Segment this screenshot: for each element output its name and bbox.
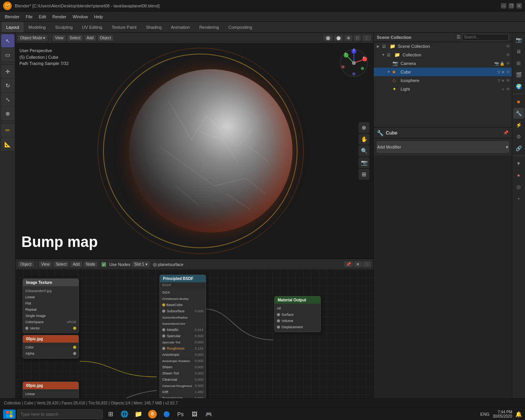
add-menu[interactable]: Add	[84, 35, 96, 41]
outliner-item-icosphere[interactable]: ◇ Icosphere ▽ ✕ 👁	[374, 76, 512, 85]
slot-selector[interactable]: Slot 1 ▾	[132, 261, 149, 267]
use-nodes-checkbox[interactable]: ✓	[102, 262, 106, 267]
workspace-tabs: Layout Modeling Sculpting UV Editing Tex…	[0, 22, 525, 33]
props-icon-object[interactable]: ■	[513, 96, 524, 107]
tool-transform[interactable]: ⊕	[1, 107, 14, 120]
props-icon-object-data[interactable]: ▼	[513, 158, 524, 169]
props-icon-world[interactable]: 🌍	[513, 81, 524, 92]
outliner-item-light[interactable]: ✦ Light ✦ 👁	[374, 85, 512, 93]
taskbar-photoshop[interactable]: Ps	[174, 410, 187, 419]
3d-viewport[interactable]: User Perspective (5) Collection | Cube P…	[16, 44, 373, 258]
node-pin-btn[interactable]: 📌	[344, 261, 353, 267]
node-image-texture-1[interactable]: Image Texture 02basanderrf.jpg Linear Fl…	[23, 278, 79, 333]
tool-select-box[interactable]: ▭	[1, 48, 14, 61]
tab-uv-editing[interactable]: UV Editing	[77, 22, 107, 32]
tab-compositing[interactable]: Compositing	[224, 22, 257, 32]
close-button[interactable]: ✕	[516, 3, 522, 9]
outliner-item-scene-collection[interactable]: ▶ ☑ 📁 Scene Collection 👁	[374, 42, 512, 51]
tool-rotate[interactable]: ↻	[1, 79, 14, 92]
tab-rendering[interactable]: Rendering	[194, 22, 224, 32]
props-icon-shader[interactable]: ◎	[513, 181, 524, 192]
taskbar-search[interactable]	[17, 410, 103, 419]
props-icon-material[interactable]: ●	[513, 170, 524, 180]
filter-icon[interactable]: ☰	[457, 35, 460, 40]
window-controls[interactable]: — ❐ ✕	[501, 3, 522, 9]
outliner-item-collection[interactable]: ▼ ☑ 📁 Collection 👁	[374, 51, 512, 59]
node-image-texture-2[interactable]: 00pic.jpg Color Alpha	[23, 335, 79, 359]
view-menu[interactable]: View	[52, 35, 66, 41]
node-editor[interactable]: Object View Select Add Node ✓ Use Nodes …	[16, 259, 373, 398]
node-options-btn[interactable]: ⋮	[362, 261, 371, 267]
viewport-shading-render[interactable]: ⬤	[334, 35, 343, 41]
node-editor-type[interactable]: Object	[18, 261, 34, 267]
taskbar-browser[interactable]: 🌐	[118, 410, 131, 419]
menu-help[interactable]: Help	[91, 13, 106, 20]
viewport-gizmo[interactable]: X Y Z	[338, 47, 369, 79]
notification-icon[interactable]: 🔔	[515, 411, 522, 417]
node-material-output[interactable]: Material Output All Surface Volume	[274, 296, 321, 332]
tool-move[interactable]: ✛	[1, 65, 14, 78]
tool-annotate[interactable]: ✏	[1, 124, 14, 137]
xray-toggle[interactable]: □	[354, 35, 361, 41]
taskbar-file-explorer[interactable]: 📁	[132, 410, 145, 419]
props-pin-btn[interactable]: 📌	[503, 130, 509, 135]
props-icon-output[interactable]: 🖥	[513, 46, 524, 57]
nav-camera-btn[interactable]: 📷	[359, 157, 369, 168]
tab-modeling[interactable]: Modeling	[24, 22, 51, 32]
node-node-menu[interactable]: Node	[84, 261, 98, 267]
minimize-button[interactable]: —	[501, 3, 506, 9]
viewport-shading-solid[interactable]: ⬤	[324, 35, 332, 41]
nav-cursor-btn[interactable]: ⊕	[359, 122, 369, 133]
nav-zoom-btn[interactable]: 🔍	[359, 145, 369, 156]
outliner-item-camera[interactable]: 📷 Camera 📷 🔒 👁	[374, 59, 512, 68]
tab-animation[interactable]: Animation	[166, 22, 195, 32]
taskbar-extra2[interactable]: 🎮	[202, 410, 215, 419]
maximize-button[interactable]: ❐	[509, 3, 514, 9]
tool-select[interactable]: ↖	[1, 34, 14, 47]
tool-scale[interactable]: ⤡	[1, 93, 14, 106]
taskbar-extra1[interactable]: 🖼	[188, 410, 201, 419]
object-menu[interactable]: Object	[98, 35, 114, 41]
tool-measure[interactable]: 📐	[1, 138, 14, 151]
select-menu[interactable]: Select	[67, 35, 83, 41]
node-view-menu[interactable]: View	[39, 261, 52, 267]
taskbar-task-view[interactable]: ⊞	[104, 410, 117, 419]
add-modifier-button[interactable]: Add Modifier ▾	[377, 142, 509, 152]
outliner-search[interactable]	[462, 34, 509, 41]
start-button[interactable]	[3, 410, 16, 419]
node-divider1	[36, 261, 37, 268]
props-icon-render[interactable]: 📷	[513, 34, 524, 45]
props-icon-scene[interactable]: 🎬	[513, 69, 524, 80]
matout-row-all: All	[277, 305, 318, 312]
nav-grid-btn[interactable]: ⊞	[359, 169, 369, 180]
tab-sculpting[interactable]: Sculpting	[51, 22, 77, 32]
taskbar-blender[interactable]: B	[146, 410, 159, 419]
viewport-options[interactable]: ⋮	[362, 35, 371, 41]
props-icon-modifier[interactable]: 🔧	[513, 108, 524, 119]
node-image-texture-3[interactable]: 00pic.jpg Linear Flat Repeat Single Imag…	[23, 382, 79, 398]
menu-render[interactable]: Render	[49, 13, 70, 20]
outliner-item-cube[interactable]: ▼ ■ Cube ▽ ✕ 👁	[374, 68, 512, 76]
props-icon-particles[interactable]: ⚡	[513, 119, 524, 130]
tab-texture-paint[interactable]: Texture Paint	[107, 22, 141, 32]
props-icon-shaderfx[interactable]: ⋆	[513, 193, 524, 204]
mode-selector[interactable]: Object Mode ▾	[18, 35, 47, 41]
props-icon-view-layer[interactable]: ⊞	[513, 58, 524, 68]
title-bar: 🐱 Blender* [C:\Users\Alex\Desktop\blende…	[0, 0, 525, 12]
props-icon-physics[interactable]: ⚙	[513, 131, 524, 142]
menu-blender[interactable]: Blender	[2, 13, 23, 20]
overlay-toggle[interactable]: ⊕	[345, 35, 352, 41]
nav-move-btn[interactable]: ✋	[359, 134, 369, 145]
node-add-menu[interactable]: Add	[70, 261, 82, 267]
tab-shading[interactable]: Shading	[141, 22, 166, 32]
props-icon-constraints[interactable]: 🔗	[513, 143, 524, 154]
node-principled-bsdf[interactable]: Principled BSDF BSDF GGX Christensen-Bur…	[159, 275, 206, 398]
node-close-btn[interactable]: ✕	[354, 261, 362, 267]
node-select-menu[interactable]: Select	[53, 261, 69, 267]
menu-file[interactable]: File	[23, 13, 36, 20]
menu-edit[interactable]: Edit	[36, 13, 49, 20]
menu-window[interactable]: Window	[70, 13, 91, 20]
taskbar-chrome[interactable]: 🔵	[160, 410, 173, 419]
material-icon: ◎	[153, 262, 157, 267]
tab-layout[interactable]: Layout	[2, 22, 24, 32]
